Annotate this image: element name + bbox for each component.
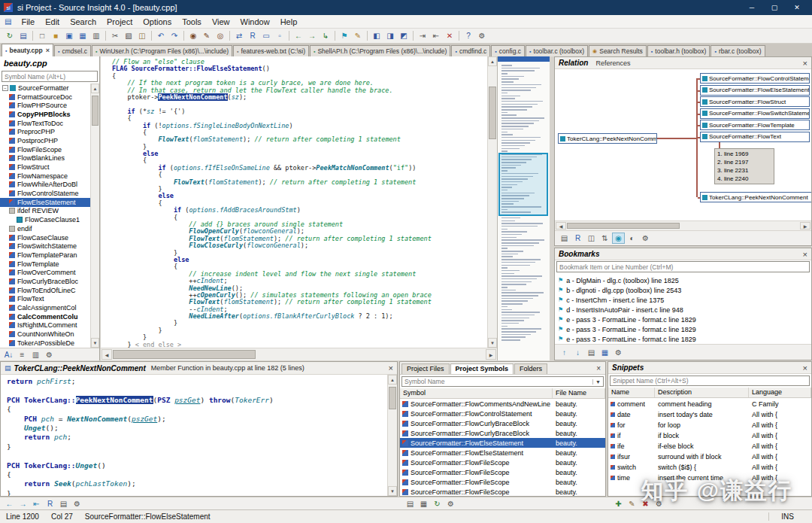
paste-icon[interactable]: ◫: [135, 30, 149, 42]
file-tab-5[interactable]: ▪cmdfind.c: [451, 45, 490, 56]
scroll-down-icon[interactable]: [488, 338, 497, 348]
copy-icon[interactable]: ▧: [122, 30, 135, 42]
menu-help[interactable]: Help: [275, 16, 303, 28]
print-icon[interactable]: ▥: [89, 30, 103, 42]
bookmark-item[interactable]: ⚑e - pass 3 - FormatLine - format.c line…: [555, 315, 811, 324]
sort-icon[interactable]: ⇅: [598, 233, 611, 244]
file-tab-10[interactable]: ▪rbar.c (toolbox): [710, 45, 765, 56]
tree-item-flowswitchstateme[interactable]: FlowSwitchStateme: [0, 242, 90, 251]
print-icon[interactable]: ▤: [558, 233, 571, 244]
print-icon[interactable]: ▤: [57, 498, 70, 509]
scrollbar-thumb[interactable]: [92, 96, 98, 126]
refresh-icon[interactable]: ↻: [431, 498, 444, 509]
file-tab-7[interactable]: ▪toolbar.c (toolbox): [526, 45, 588, 56]
tree-item-flowblanklines[interactable]: FlowBlankLines: [0, 154, 90, 163]
bookmark-item[interactable]: ⚑a - DlgMain - dlg.c (toolbox) line 1825: [555, 275, 811, 285]
file-tab-8[interactable]: ◉Search Results: [589, 45, 647, 56]
relation-source-node[interactable]: TokerCLang::PeekNextNonComment: [558, 133, 657, 144]
relation-node[interactable]: SourceFormatter::FlowControlStatemen: [700, 73, 810, 84]
symbol-row[interactable]: SourceFormatter::FlowFileScopebeauty.: [400, 467, 605, 477]
tree-item-flowcurlybracebloc[interactable]: FlowCurlyBraceBloc: [0, 277, 90, 286]
tree-item-preprocphp[interactable]: PreprocPHP: [0, 127, 90, 136]
relation-node[interactable]: SourceFormatter::FlowTemplate: [700, 120, 810, 130]
window-split-icon[interactable]: ◩: [397, 30, 411, 42]
tree-item-endif[interactable]: endif: [0, 224, 90, 233]
tree-item-flowfilescope[interactable]: FlowFileScope: [0, 145, 90, 154]
snippet-search-input[interactable]: Snippet Name (Ctrl+Alt+S): [610, 376, 810, 386]
tree-item-flowphpsource[interactable]: FlowPHPSource: [0, 101, 90, 110]
scroll-up-icon[interactable]: [91, 84, 99, 93]
tree-item-tokeratpossiblede[interactable]: TokerAtPossibleDe: [0, 339, 90, 348]
snippet-row[interactable]: commentcomment headingC Family: [608, 399, 811, 409]
settings-icon[interactable]: ⚙: [444, 498, 457, 509]
collapse-icon[interactable]: −: [2, 85, 8, 91]
minimap-viewport[interactable]: [498, 153, 548, 216]
tree-item-flowtemplateparan[interactable]: FlowTemplateParan: [0, 251, 90, 260]
settings-icon[interactable]: ⚙: [71, 498, 83, 509]
symbol-row[interactable]: SourceFormatter::FlowCurlyBraceBlockbeau…: [400, 418, 605, 428]
tree-item-flowtemplate[interactable]: FlowTemplate: [0, 260, 90, 269]
scroll-down-icon[interactable]: [388, 486, 397, 496]
bookmark-item[interactable]: ⚑e - pass 3 - FormatLine - format.c line…: [555, 334, 811, 344]
close-icon[interactable]: ×: [800, 59, 807, 68]
tab-close-icon[interactable]: ×: [46, 47, 50, 54]
window-tile-icon[interactable]: ◧: [370, 30, 383, 42]
group-view-icon[interactable]: ≡: [16, 349, 29, 360]
edit-snippet-icon[interactable]: ✎: [626, 498, 638, 509]
bookmark-item[interactable]: ⚑c - InsertChm - insert.c line 1375: [555, 295, 811, 305]
save-file-icon[interactable]: ▣: [62, 30, 76, 42]
scrollbar-thumb[interactable]: [489, 87, 496, 139]
settings-icon[interactable]: ⚙: [653, 498, 665, 509]
symbol-row[interactable]: SourceFormatter::FlowFileScopebeauty.: [400, 477, 605, 487]
view-context-icon[interactable]: ▭: [259, 30, 273, 42]
search-icon[interactable]: ◉: [186, 30, 200, 42]
code-editor[interactable]: // Flow an "else" clauseFLAG SourceForma…: [101, 56, 487, 348]
tree-item-flowwhileafterdobl[interactable]: FlowWhileAfterDoBl: [0, 181, 90, 190]
file-tab-4[interactable]: ▪ShellAPI.h (C:\Program Files (x86)\...\…: [310, 45, 450, 56]
document-icon[interactable]: ▤: [0, 17, 16, 26]
scroll-up-icon[interactable]: [388, 375, 397, 385]
relation-mode-icon[interactable]: ◉: [612, 233, 625, 244]
snippet-row[interactable]: ifsursurround with if blockAll with {: [608, 452, 811, 462]
tree-item-countnonwhiteon[interactable]: CountNonWhiteOn: [0, 330, 90, 339]
close-icon[interactable]: ×: [593, 364, 604, 372]
reference-icon[interactable]: R: [571, 233, 584, 244]
tree-item-formatsourcedoc[interactable]: FormatSourceDoc: [0, 93, 90, 102]
tree-item-postprocphp[interactable]: PostprocPHP: [0, 136, 90, 145]
symbol-row[interactable]: SourceFormatter::FlowCommentsAndNewLineb…: [400, 399, 605, 409]
column-name[interactable]: Name: [608, 388, 655, 397]
window-cascade-icon[interactable]: ◨: [383, 30, 397, 42]
scroll-down-icon[interactable]: [91, 338, 99, 348]
close-button[interactable]: ✕: [786, 0, 808, 15]
column-description[interactable]: Description: [655, 388, 749, 397]
tree-item-flowcaseclause1[interactable]: FlowCaseClause1: [0, 215, 90, 224]
scrollbar-thumb[interactable]: [567, 223, 680, 229]
file-tab-0[interactable]: ▪beauty.cpp×: [2, 44, 53, 56]
snippet-row[interactable]: ifif blockAll with {: [608, 430, 811, 441]
menu-tools[interactable]: Tools: [177, 16, 207, 28]
bookmark-search-input[interactable]: Bookmark Item or Line Number (Ctrl+M): [556, 261, 810, 272]
relation-node[interactable]: SourceFormatter::FlowSwitchStatement: [700, 108, 810, 119]
relation-node[interactable]: SourceFormatter::FlowStruct: [700, 96, 810, 107]
tree-item-ifdef-review[interactable]: ifdef REVIEW: [0, 207, 90, 216]
undo-icon[interactable]: ↶: [154, 30, 168, 42]
relation-node[interactable]: SourceFormatter::FlowText: [700, 132, 810, 142]
line-ref[interactable]: 3. line 2231: [717, 166, 771, 175]
copy-icon[interactable]: ◫: [585, 233, 598, 244]
relation-mode-label[interactable]: References: [595, 59, 630, 67]
settings-icon[interactable]: ⚙: [43, 349, 56, 360]
redo-icon[interactable]: ↷: [168, 30, 181, 42]
goto-definition-icon[interactable]: ⇤: [30, 498, 43, 509]
symbol-row[interactable]: SourceFormatter::FlowControlStatementbea…: [400, 409, 605, 418]
scroll-left-icon[interactable]: [556, 222, 566, 230]
prev-bookmark-icon[interactable]: ↑: [558, 347, 571, 358]
scroll-left-icon[interactable]: [102, 349, 112, 360]
tree-item-flowelsestatement[interactable]: FlowElseStatement: [0, 198, 90, 207]
column-symbol[interactable]: Symbol: [400, 388, 553, 398]
save-icon[interactable]: ▦: [598, 347, 611, 358]
tree-item-flownamespace[interactable]: FlowNamespace: [0, 172, 90, 181]
relation-node[interactable]: SourceFormatter::FlowElseStatement: [700, 85, 810, 96]
symbol-row[interactable]: SourceFormatter::FlowFileScopebeauty.: [400, 458, 605, 467]
scrollbar-thumb[interactable]: [113, 350, 256, 359]
close-icon[interactable]: ×: [800, 250, 807, 259]
